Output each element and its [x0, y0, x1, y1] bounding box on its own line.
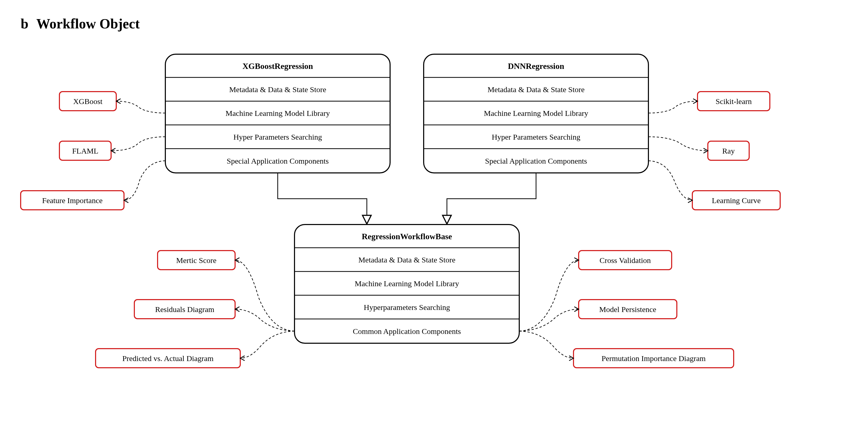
svg-text:FLAML: FLAML	[72, 146, 98, 155]
side-base-left-0: Mertic Score	[158, 251, 235, 270]
dep-base-to-permimp	[519, 331, 574, 358]
svg-text:Residuals Diagram: Residuals Diagram	[155, 305, 214, 313]
svg-text:Cross Validation: Cross Validation	[599, 256, 651, 265]
dep-base-to-crossval	[519, 260, 579, 331]
base-row-2: Hyperparameters Searching	[364, 303, 450, 311]
side-xgb-left-1: FLAML	[59, 141, 111, 160]
xgb-row-3: Special Application Components	[227, 157, 329, 165]
dnn-row-0: Metadata & Data & State Store	[488, 85, 585, 94]
arrow-dnn-to-base	[447, 173, 536, 224]
xgb-row-0: Metadata & Data & State Store	[229, 85, 326, 94]
svg-text:Permutation Importance Diagram: Permutation Importance Diagram	[601, 354, 706, 363]
dep-xgb-row3-to-featimp	[124, 161, 165, 200]
panel-title: Workflow Object	[36, 16, 140, 32]
side-base-left-2: Predicted vs. Actual Diagram	[96, 348, 240, 368]
dep-base-to-persistence	[519, 309, 579, 331]
side-base-right-2: Permutation Importance Diagram	[574, 348, 734, 368]
svg-text:Predicted vs. Actual Diagram: Predicted vs. Actual Diagram	[122, 354, 213, 363]
xgb-title: XGBoostRegression	[242, 61, 313, 71]
side-base-left-1: Residuals Diagram	[134, 300, 235, 319]
dep-base-to-metric	[235, 260, 294, 331]
svg-text:XGBoost: XGBoost	[73, 97, 102, 105]
svg-text:Learning Curve: Learning Curve	[712, 196, 761, 205]
dnn-row-3: Special Application Components	[485, 157, 587, 165]
dep-dnn-row3-to-learncurve	[648, 161, 692, 200]
dnn-row-1: Machine Learning Model Library	[484, 109, 588, 118]
dep-base-to-residuals	[235, 309, 294, 331]
svg-text:Ray: Ray	[722, 146, 735, 155]
side-base-right-0: Cross Validation	[579, 251, 672, 270]
main-box-dnn: DNNRegression Metadata & Data & State St…	[424, 54, 648, 173]
arrow-xgb-to-base	[278, 173, 367, 224]
side-dnn-right-0: Scikit-learn	[698, 92, 770, 111]
svg-text:Scikit-learn: Scikit-learn	[716, 97, 752, 105]
main-box-xgb: XGBoostRegression Metadata & Data & Stat…	[165, 54, 390, 173]
base-title: RegressionWorkflowBase	[362, 232, 452, 241]
svg-text:Model Persistence: Model Persistence	[599, 305, 656, 313]
dep-xgb-row2-to-flaml	[111, 137, 165, 151]
dnn-row-2: Hyper Parameters Searching	[492, 133, 580, 141]
panel-label: b	[21, 16, 28, 32]
dnn-title: DNNRegression	[508, 61, 564, 71]
svg-text:Mertic Score: Mertic Score	[176, 256, 216, 265]
dep-dnn-row1-to-sklearn	[648, 101, 698, 113]
base-row-0: Metadata & Data & State Store	[358, 256, 456, 264]
svg-text:Feature Importance: Feature Importance	[42, 196, 102, 205]
base-row-3: Common Application Components	[353, 327, 461, 335]
xgb-row-2: Hyper Parameters Searching	[233, 133, 322, 141]
side-dnn-right-2: Learning Curve	[692, 191, 780, 210]
side-base-right-1: Model Persistence	[579, 300, 677, 319]
xgb-row-1: Machine Learning Model Library	[225, 109, 330, 118]
main-box-base: RegressionWorkflowBase Metadata & Data &…	[294, 225, 519, 343]
dep-xgb-row1-to-xgboost	[116, 101, 165, 113]
side-xgb-left-2: Feature Importance	[21, 191, 124, 210]
side-xgb-left-0: XGBoost	[59, 92, 116, 111]
svg-text:b
    Workflow Object: b Workflow Object	[21, 16, 140, 32]
dep-base-to-predactual	[240, 331, 294, 358]
side-dnn-right-1: Ray	[708, 141, 749, 160]
dep-dnn-row2-to-ray	[648, 137, 708, 151]
base-row-1: Machine Learning Model Library	[355, 279, 459, 288]
